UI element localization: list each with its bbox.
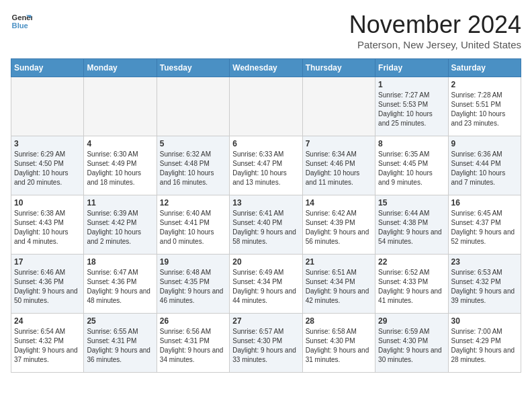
calendar-cell: 18Sunrise: 6:47 AM Sunset: 4:36 PM Dayli… [84, 255, 157, 314]
day-number: 2 [451, 80, 518, 89]
calendar-cell: 9Sunrise: 6:36 AM Sunset: 4:44 PM Daylig… [448, 136, 521, 195]
month-title: November 2024 [349, 11, 521, 39]
day-number: 21 [306, 257, 372, 267]
day-info: Sunrise: 6:39 AM Sunset: 4:42 PM Dayligh… [87, 209, 153, 246]
calendar-header-row: SundayMondayTuesdayWednesdayThursdayFrid… [11, 59, 521, 77]
day-info: Sunrise: 6:30 AM Sunset: 4:49 PM Dayligh… [87, 150, 153, 187]
day-number: 18 [87, 257, 153, 267]
day-number: 28 [306, 316, 372, 326]
calendar-cell: 20Sunrise: 6:49 AM Sunset: 4:34 PM Dayli… [230, 255, 302, 314]
header: General Blue November 2024 Paterson, New… [11, 11, 521, 50]
day-number: 14 [306, 198, 372, 208]
calendar-cell [157, 77, 229, 136]
day-info: Sunrise: 6:33 AM Sunset: 4:47 PM Dayligh… [232, 150, 299, 187]
calendar-cell: 29Sunrise: 6:59 AM Sunset: 4:30 PM Dayli… [375, 314, 448, 373]
day-of-week-header: Tuesday [157, 59, 229, 77]
svg-text:General: General [12, 13, 32, 21]
calendar-cell: 7Sunrise: 6:34 AM Sunset: 4:46 PM Daylig… [302, 136, 375, 195]
svg-text:Blue: Blue [12, 21, 28, 30]
calendar-cell: 27Sunrise: 6:57 AM Sunset: 4:30 PM Dayli… [230, 314, 302, 373]
calendar-cell: 30Sunrise: 7:00 AM Sunset: 4:29 PM Dayli… [448, 314, 521, 373]
day-number: 30 [451, 316, 518, 326]
day-number: 1 [378, 80, 445, 89]
calendar-body: 1Sunrise: 7:27 AM Sunset: 5:53 PM Daylig… [11, 77, 521, 373]
day-of-week-header: Wednesday [230, 59, 302, 77]
location: Paterson, New Jersey, United States [349, 39, 521, 50]
calendar-cell: 8Sunrise: 6:35 AM Sunset: 4:45 PM Daylig… [375, 136, 448, 195]
day-info: Sunrise: 6:35 AM Sunset: 4:45 PM Dayligh… [378, 150, 445, 187]
day-info: Sunrise: 6:38 AM Sunset: 4:43 PM Dayligh… [14, 209, 81, 246]
day-info: Sunrise: 6:58 AM Sunset: 4:30 PM Dayligh… [306, 327, 372, 365]
day-info: Sunrise: 6:57 AM Sunset: 4:30 PM Dayligh… [232, 327, 299, 365]
logo-icon: General Blue [11, 11, 32, 32]
calendar-cell: 3Sunrise: 6:29 AM Sunset: 4:50 PM Daylig… [11, 136, 84, 195]
calendar-table: SundayMondayTuesdayWednesdayThursdayFrid… [11, 58, 521, 373]
day-number: 23 [451, 257, 518, 267]
calendar-week-row: 24Sunrise: 6:54 AM Sunset: 4:32 PM Dayli… [11, 314, 521, 373]
calendar-cell: 21Sunrise: 6:51 AM Sunset: 4:34 PM Dayli… [302, 255, 375, 314]
calendar-cell: 25Sunrise: 6:55 AM Sunset: 4:31 PM Dayli… [84, 314, 157, 373]
day-number: 16 [451, 198, 518, 208]
day-info: Sunrise: 6:40 AM Sunset: 4:41 PM Dayligh… [160, 209, 226, 246]
day-info: Sunrise: 6:36 AM Sunset: 4:44 PM Dayligh… [451, 150, 518, 187]
day-of-week-header: Sunday [11, 59, 84, 77]
day-number: 27 [232, 316, 299, 326]
day-number: 20 [232, 257, 299, 267]
day-number: 19 [160, 257, 226, 267]
title-block: November 2024 Paterson, New Jersey, Unit… [349, 11, 521, 50]
day-info: Sunrise: 6:29 AM Sunset: 4:50 PM Dayligh… [14, 150, 81, 187]
day-info: Sunrise: 6:55 AM Sunset: 4:31 PM Dayligh… [87, 327, 153, 365]
calendar-cell: 2Sunrise: 7:28 AM Sunset: 5:51 PM Daylig… [448, 77, 521, 136]
day-info: Sunrise: 6:56 AM Sunset: 4:31 PM Dayligh… [160, 327, 226, 365]
logo: General Blue [11, 11, 32, 32]
day-info: Sunrise: 6:47 AM Sunset: 4:36 PM Dayligh… [87, 268, 153, 306]
calendar-cell: 6Sunrise: 6:33 AM Sunset: 4:47 PM Daylig… [230, 136, 302, 195]
day-info: Sunrise: 6:48 AM Sunset: 4:35 PM Dayligh… [160, 268, 226, 306]
day-number: 4 [87, 139, 153, 148]
day-of-week-header: Monday [84, 59, 157, 77]
day-number: 15 [378, 198, 445, 208]
calendar-cell: 10Sunrise: 6:38 AM Sunset: 4:43 PM Dayli… [11, 195, 84, 255]
calendar-cell: 1Sunrise: 7:27 AM Sunset: 5:53 PM Daylig… [375, 77, 448, 136]
day-info: Sunrise: 6:32 AM Sunset: 4:48 PM Dayligh… [160, 150, 226, 187]
calendar-cell: 13Sunrise: 6:41 AM Sunset: 4:40 PM Dayli… [230, 195, 302, 255]
calendar-cell: 23Sunrise: 6:53 AM Sunset: 4:32 PM Dayli… [448, 255, 521, 314]
day-number: 8 [378, 139, 445, 148]
calendar-cell: 12Sunrise: 6:40 AM Sunset: 4:41 PM Dayli… [157, 195, 229, 255]
calendar-cell: 17Sunrise: 6:46 AM Sunset: 4:36 PM Dayli… [11, 255, 84, 314]
calendar-cell: 16Sunrise: 6:45 AM Sunset: 4:37 PM Dayli… [448, 195, 521, 255]
calendar-week-row: 3Sunrise: 6:29 AM Sunset: 4:50 PM Daylig… [11, 136, 521, 195]
day-of-week-header: Saturday [448, 59, 521, 77]
day-number: 11 [87, 198, 153, 208]
calendar-week-row: 10Sunrise: 6:38 AM Sunset: 4:43 PM Dayli… [11, 195, 521, 255]
day-info: Sunrise: 6:53 AM Sunset: 4:32 PM Dayligh… [451, 268, 518, 306]
day-number: 29 [378, 316, 445, 326]
calendar-cell: 15Sunrise: 6:44 AM Sunset: 4:38 PM Dayli… [375, 195, 448, 255]
day-number: 5 [160, 139, 226, 148]
calendar-week-row: 17Sunrise: 6:46 AM Sunset: 4:36 PM Dayli… [11, 255, 521, 314]
day-number: 22 [378, 257, 445, 267]
day-info: Sunrise: 6:46 AM Sunset: 4:36 PM Dayligh… [14, 268, 81, 306]
day-number: 25 [87, 316, 153, 326]
day-info: Sunrise: 6:49 AM Sunset: 4:34 PM Dayligh… [232, 268, 299, 306]
day-info: Sunrise: 6:45 AM Sunset: 4:37 PM Dayligh… [451, 209, 518, 246]
calendar-cell [11, 77, 84, 136]
day-number: 13 [232, 198, 299, 208]
calendar-cell: 19Sunrise: 6:48 AM Sunset: 4:35 PM Dayli… [157, 255, 229, 314]
day-number: 26 [160, 316, 226, 326]
day-info: Sunrise: 7:27 AM Sunset: 5:53 PM Dayligh… [378, 91, 445, 128]
day-number: 24 [14, 316, 81, 326]
calendar-week-row: 1Sunrise: 7:27 AM Sunset: 5:53 PM Daylig… [11, 77, 521, 136]
calendar-cell: 11Sunrise: 6:39 AM Sunset: 4:42 PM Dayli… [84, 195, 157, 255]
calendar-cell [302, 77, 375, 136]
calendar-cell [84, 77, 157, 136]
calendar-cell: 24Sunrise: 6:54 AM Sunset: 4:32 PM Dayli… [11, 314, 84, 373]
day-of-week-header: Friday [375, 59, 448, 77]
day-info: Sunrise: 6:52 AM Sunset: 4:33 PM Dayligh… [378, 268, 445, 306]
day-info: Sunrise: 6:42 AM Sunset: 4:39 PM Dayligh… [306, 209, 372, 246]
calendar-cell: 22Sunrise: 6:52 AM Sunset: 4:33 PM Dayli… [375, 255, 448, 314]
day-of-week-header: Thursday [302, 59, 375, 77]
day-info: Sunrise: 7:00 AM Sunset: 4:29 PM Dayligh… [451, 327, 518, 365]
day-info: Sunrise: 6:41 AM Sunset: 4:40 PM Dayligh… [232, 209, 299, 246]
calendar-cell: 4Sunrise: 6:30 AM Sunset: 4:49 PM Daylig… [84, 136, 157, 195]
